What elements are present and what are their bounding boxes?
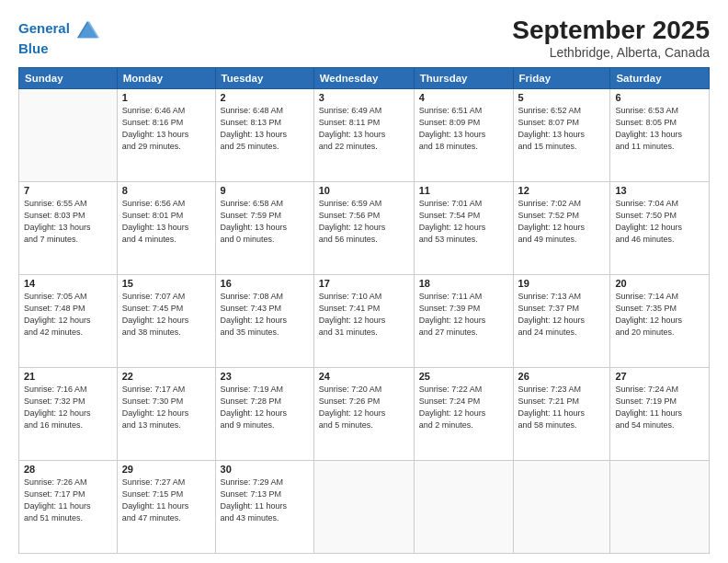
page-header: General Blue September 2025 Lethbridge, … — [18, 17, 710, 60]
day-number: 28 — [24, 464, 112, 475]
day-number: 16 — [221, 278, 309, 289]
table-row: 14Sunrise: 7:05 AMSunset: 7:48 PMDayligh… — [19, 274, 118, 367]
month-title: September 2025 — [512, 17, 710, 45]
table-row — [513, 460, 610, 553]
col-thursday: Thursday — [414, 67, 513, 88]
logo-text: General — [18, 17, 101, 42]
table-row: 16Sunrise: 7:08 AMSunset: 7:43 PMDayligh… — [215, 274, 313, 367]
day-info: Sunrise: 7:05 AMSunset: 7:48 PMDaylight:… — [24, 291, 112, 339]
table-row: 27Sunrise: 7:24 AMSunset: 7:19 PMDayligh… — [610, 367, 710, 460]
day-info: Sunrise: 6:55 AMSunset: 8:03 PMDaylight:… — [24, 198, 112, 246]
table-row: 5Sunrise: 6:52 AMSunset: 8:07 PMDaylight… — [513, 88, 610, 181]
table-row: 9Sunrise: 6:58 AMSunset: 7:59 PMDaylight… — [215, 181, 313, 274]
table-row: 8Sunrise: 6:56 AMSunset: 8:01 PMDaylight… — [117, 181, 215, 274]
table-row: 2Sunrise: 6:48 AMSunset: 8:13 PMDaylight… — [215, 88, 313, 181]
day-info: Sunrise: 6:53 AMSunset: 8:05 PMDaylight:… — [615, 105, 704, 153]
table-row — [19, 88, 118, 181]
table-row: 10Sunrise: 6:59 AMSunset: 7:56 PMDayligh… — [313, 181, 414, 274]
day-info: Sunrise: 6:52 AMSunset: 8:07 PMDaylight:… — [518, 105, 606, 153]
table-row: 19Sunrise: 7:13 AMSunset: 7:37 PMDayligh… — [513, 274, 610, 367]
day-number: 8 — [122, 185, 210, 196]
day-number: 14 — [24, 278, 112, 289]
svg-marker-1 — [79, 21, 99, 39]
table-row: 4Sunrise: 6:51 AMSunset: 8:09 PMDaylight… — [414, 88, 513, 181]
col-sunday: Sunday — [19, 67, 118, 88]
table-row: 26Sunrise: 7:23 AMSunset: 7:21 PMDayligh… — [513, 367, 610, 460]
day-number: 9 — [221, 185, 309, 196]
day-info: Sunrise: 7:19 AMSunset: 7:28 PMDaylight:… — [221, 384, 309, 431]
day-number: 25 — [419, 371, 508, 382]
day-info: Sunrise: 7:17 AMSunset: 7:30 PMDaylight:… — [122, 384, 210, 431]
day-info: Sunrise: 7:24 AMSunset: 7:19 PMDaylight:… — [615, 384, 704, 431]
calendar-table: Sunday Monday Tuesday Wednesday Thursday… — [18, 67, 710, 554]
table-row: 25Sunrise: 7:22 AMSunset: 7:24 PMDayligh… — [414, 367, 513, 460]
day-info: Sunrise: 7:01 AMSunset: 7:54 PMDaylight:… — [419, 198, 508, 246]
day-info: Sunrise: 6:48 AMSunset: 8:13 PMDaylight:… — [221, 105, 309, 153]
day-info: Sunrise: 7:26 AMSunset: 7:17 PMDaylight:… — [24, 477, 112, 524]
table-row: 18Sunrise: 7:11 AMSunset: 7:39 PMDayligh… — [414, 274, 513, 367]
table-row: 23Sunrise: 7:19 AMSunset: 7:28 PMDayligh… — [215, 367, 313, 460]
col-wednesday: Wednesday — [313, 67, 414, 88]
col-saturday: Saturday — [610, 67, 710, 88]
day-number: 1 — [122, 92, 210, 103]
day-info: Sunrise: 7:02 AMSunset: 7:52 PMDaylight:… — [518, 198, 606, 246]
day-number: 27 — [615, 371, 704, 382]
table-row: 15Sunrise: 7:07 AMSunset: 7:45 PMDayligh… — [117, 274, 215, 367]
table-row: 17Sunrise: 7:10 AMSunset: 7:41 PMDayligh… — [313, 274, 414, 367]
day-info: Sunrise: 7:14 AMSunset: 7:35 PMDaylight:… — [615, 291, 704, 339]
day-number: 12 — [518, 185, 606, 196]
table-row: 29Sunrise: 7:27 AMSunset: 7:15 PMDayligh… — [117, 460, 215, 553]
table-row: 13Sunrise: 7:04 AMSunset: 7:50 PMDayligh… — [610, 181, 710, 274]
table-row: 24Sunrise: 7:20 AMSunset: 7:26 PMDayligh… — [313, 367, 414, 460]
table-row: 30Sunrise: 7:29 AMSunset: 7:13 PMDayligh… — [215, 460, 313, 553]
day-number: 22 — [122, 371, 210, 382]
logo: General Blue — [18, 17, 101, 57]
table-row: 12Sunrise: 7:02 AMSunset: 7:52 PMDayligh… — [513, 181, 610, 274]
day-number: 10 — [319, 185, 409, 196]
table-row: 20Sunrise: 7:14 AMSunset: 7:35 PMDayligh… — [610, 274, 710, 367]
table-row — [313, 460, 414, 553]
day-number: 7 — [24, 185, 112, 196]
table-row: 28Sunrise: 7:26 AMSunset: 7:17 PMDayligh… — [19, 460, 118, 553]
calendar-header-row: Sunday Monday Tuesday Wednesday Thursday… — [19, 67, 710, 88]
table-row: 6Sunrise: 6:53 AMSunset: 8:05 PMDaylight… — [610, 88, 710, 181]
day-number: 2 — [221, 92, 309, 103]
day-number: 6 — [615, 92, 704, 103]
day-info: Sunrise: 7:10 AMSunset: 7:41 PMDaylight:… — [319, 291, 409, 339]
day-number: 19 — [518, 278, 606, 289]
day-number: 21 — [24, 371, 112, 382]
day-number: 23 — [221, 371, 309, 382]
day-info: Sunrise: 7:11 AMSunset: 7:39 PMDaylight:… — [419, 291, 508, 339]
day-number: 11 — [419, 185, 508, 196]
col-monday: Monday — [117, 67, 215, 88]
day-info: Sunrise: 6:58 AMSunset: 7:59 PMDaylight:… — [221, 198, 309, 246]
day-info: Sunrise: 6:59 AMSunset: 7:56 PMDaylight:… — [319, 198, 409, 246]
title-area: September 2025 Lethbridge, Alberta, Cana… — [512, 17, 710, 60]
day-number: 24 — [319, 371, 409, 382]
day-number: 18 — [419, 278, 508, 289]
table-row: 7Sunrise: 6:55 AMSunset: 8:03 PMDaylight… — [19, 181, 118, 274]
day-number: 15 — [122, 278, 210, 289]
day-number: 3 — [319, 92, 409, 103]
day-info: Sunrise: 7:20 AMSunset: 7:26 PMDaylight:… — [319, 384, 409, 431]
day-info: Sunrise: 6:46 AMSunset: 8:16 PMDaylight:… — [122, 105, 210, 153]
col-tuesday: Tuesday — [215, 67, 313, 88]
day-number: 30 — [221, 464, 309, 475]
day-info: Sunrise: 7:27 AMSunset: 7:15 PMDaylight:… — [122, 477, 210, 524]
day-info: Sunrise: 7:08 AMSunset: 7:43 PMDaylight:… — [221, 291, 309, 339]
day-info: Sunrise: 7:07 AMSunset: 7:45 PMDaylight:… — [122, 291, 210, 339]
day-number: 5 — [518, 92, 606, 103]
table-row: 21Sunrise: 7:16 AMSunset: 7:32 PMDayligh… — [19, 367, 118, 460]
day-info: Sunrise: 7:23 AMSunset: 7:21 PMDaylight:… — [518, 384, 606, 431]
day-info: Sunrise: 7:13 AMSunset: 7:37 PMDaylight:… — [518, 291, 606, 339]
table-row: 1Sunrise: 6:46 AMSunset: 8:16 PMDaylight… — [117, 88, 215, 181]
day-number: 20 — [615, 278, 704, 289]
table-row: 3Sunrise: 6:49 AMSunset: 8:11 PMDaylight… — [313, 88, 414, 181]
day-info: Sunrise: 6:49 AMSunset: 8:11 PMDaylight:… — [319, 105, 409, 153]
col-friday: Friday — [513, 67, 610, 88]
table-row — [610, 460, 710, 553]
day-number: 4 — [419, 92, 508, 103]
table-row: 11Sunrise: 7:01 AMSunset: 7:54 PMDayligh… — [414, 181, 513, 274]
day-info: Sunrise: 6:56 AMSunset: 8:01 PMDaylight:… — [122, 198, 210, 246]
location: Lethbridge, Alberta, Canada — [512, 45, 710, 60]
